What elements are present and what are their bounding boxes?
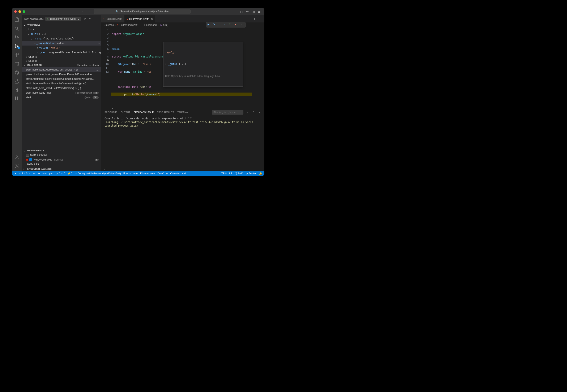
stack-frame[interactable]: protocol witness for ArgumentParser.Pars… (22, 72, 101, 77)
breadcrumbs[interactable]: Sources› ⟆ HelloWorld.swift› ⬚ HelloWorl… (101, 22, 264, 28)
sidebar-title: Run and Debug (24, 18, 44, 20)
bottom-panel: Problems Output Debug Console Test Resul… (101, 109, 264, 171)
github-icon[interactable] (14, 70, 19, 75)
svg-point-3 (15, 38, 16, 39)
panel-tab-output[interactable]: Output (121, 110, 130, 115)
editor-tab[interactable]: ⟆ Package.swift (101, 15, 125, 22)
layout-panel-icon[interactable]: ▭ (246, 10, 249, 14)
testing-icon[interactable] (14, 79, 19, 84)
stack-frame[interactable]: swift_hello_world_mainHelloWorld.swift4:… (22, 90, 101, 95)
settings-icon[interactable] (14, 164, 19, 169)
layout-primary-icon[interactable]: ▯▯ (240, 10, 243, 14)
chevron-right-icon[interactable]: › (165, 63, 168, 66)
continue-icon[interactable]: ▶ (207, 23, 211, 27)
step-out-icon[interactable]: ↑ (224, 23, 228, 27)
variable-row[interactable]: ⌄ _name: {_parsedValue:value} (22, 36, 101, 41)
status-language[interactable]: { } Swift (235, 172, 243, 175)
pause-reason: Paused on breakpoint (77, 64, 99, 66)
svg-rect-6 (15, 53, 17, 55)
swift-file-icon: ⟆ (127, 17, 128, 21)
modules-section-header[interactable]: › Modules (22, 162, 101, 167)
layout-customize-icon[interactable]: ▦ (257, 10, 261, 14)
debug-more-icon[interactable]: ⌄ (240, 23, 244, 27)
variables-scope[interactable]: › Global (22, 59, 101, 63)
variables-scope[interactable]: ⌄ Local (22, 27, 101, 32)
variables-scope[interactable]: › Static (22, 55, 101, 59)
status-eol[interactable]: LF (229, 172, 232, 175)
svg-point-0 (15, 27, 18, 29)
panel-tab-test-results[interactable]: Test Results (157, 110, 174, 115)
close-window[interactable] (14, 10, 17, 13)
nav-back[interactable]: ← (82, 10, 85, 13)
debug-config-dropdown[interactable]: ▷ Debug swift-hello-world ⌄ (45, 17, 82, 21)
command-center[interactable]: 🔍 [Extension Development Host] swift-tes… (94, 9, 191, 14)
status-prettier[interactable]: ⊘ Prettier (246, 172, 257, 175)
panel-more-icon[interactable]: ⋯ (193, 110, 195, 115)
status-format[interactable]: Format: auto (123, 172, 138, 175)
remote-icon[interactable] (14, 61, 19, 66)
code-editor[interactable]: 1234 5678 ▷9 101112 import ArgumentParse… (101, 28, 264, 109)
status-problems[interactable]: ⊘ 0 ⚠ 0 (56, 172, 65, 175)
variable-row[interactable]: ⌄ _parsedValue: value⎘ (22, 41, 101, 45)
stack-frame[interactable]: static ArgumentParser.ParsableCommand.ma… (22, 77, 101, 81)
explorer-icon[interactable] (14, 17, 19, 22)
source-control-icon[interactable] (14, 35, 19, 40)
maximize-window[interactable] (23, 10, 25, 13)
debug-settings-icon[interactable]: ⚙ (83, 17, 87, 21)
stack-frame[interactable]: static ArgumentParser.ParsableCommand.ma… (22, 81, 101, 86)
panel-maximize-icon[interactable]: ⌃ (251, 110, 255, 114)
step-over-icon[interactable]: ↷ (213, 23, 217, 27)
panel-tab-terminal[interactable]: Terminal (177, 110, 189, 115)
panel-close-icon[interactable]: ✕ (257, 110, 261, 114)
status-version[interactable]: ☁ 1.4.0 ☁ (18, 172, 31, 175)
extensions-icon[interactable] (14, 53, 19, 57)
close-tab-icon[interactable]: ✕ (151, 17, 153, 21)
stop-icon[interactable]: ■ (235, 23, 239, 27)
callstack-section-header[interactable]: ⌄ Call Stack Paused on breakpoint (22, 63, 101, 67)
checkbox[interactable]: ✓ (29, 158, 32, 161)
more-icon[interactable]: ⋯ (258, 17, 262, 21)
nav-forward[interactable]: → (87, 10, 91, 13)
layout-sidebar-icon[interactable]: ▯▯ (251, 10, 255, 14)
status-sync[interactable]: ⟳ (33, 172, 35, 175)
copy-icon[interactable]: ⎘ (98, 42, 99, 45)
search-icon[interactable] (14, 26, 19, 31)
variable-row[interactable]: ⌄ self: {...} (22, 32, 101, 36)
breakpoint-row[interactable]: Swift: on throw (22, 153, 101, 157)
callstack-tree: swift_hello_world.HelloWorld.run() throw… (22, 67, 101, 100)
run-and-debug-icon[interactable]: 1 (14, 44, 19, 49)
status-ports[interactable]: ⚡0 (68, 172, 72, 175)
breakpoint-row[interactable]: ✓ HelloWorld.swift Sources 9 (22, 157, 101, 162)
step-into-icon[interactable]: ↓ (219, 23, 222, 27)
debug-more-icon[interactable]: ⋯ (88, 17, 92, 21)
split-editor-icon[interactable]: ▯▯ (252, 17, 256, 21)
restart-icon[interactable]: ↻ (229, 23, 233, 27)
editor-tab[interactable]: ⟆ HelloWorld.swift ✕ (125, 15, 155, 22)
console-settings-icon[interactable]: ≡ (246, 110, 249, 114)
accounts-icon[interactable] (14, 155, 19, 160)
panel-tab-debug-console[interactable]: Debug Console (133, 110, 154, 115)
panel-tab-problems[interactable]: Problems (105, 110, 117, 115)
variable-row[interactable]: › [raw]: ArgumentParser.Parsed<Swift.Str… (22, 50, 101, 55)
status-deref[interactable]: Deref: on (157, 172, 168, 175)
status-notifications-icon[interactable]: 🔔 (259, 172, 262, 175)
minimize-window[interactable] (18, 10, 21, 13)
swift-icon[interactable] (14, 88, 19, 93)
console-input[interactable]: › (101, 167, 264, 171)
status-disasm[interactable]: Disasm: auto (140, 172, 155, 175)
status-console-mode[interactable]: Console: cmd (170, 172, 185, 175)
remote-indicator[interactable]: ⟳ (14, 172, 16, 175)
breakpoints-section-header[interactable]: ⌄ Breakpoints (22, 148, 101, 153)
console-filter-input[interactable] (212, 110, 243, 114)
checkbox[interactable] (26, 154, 29, 156)
variable-row[interactable]: › value: "World" (22, 45, 101, 50)
excluded-callers-section-header[interactable]: › Excluded Callers (22, 167, 101, 171)
stack-frame[interactable]: swift_hello_world.HelloWorld.run() throw… (22, 67, 101, 72)
stack-frame[interactable]: start@start593 (22, 95, 101, 100)
minimap[interactable] (252, 28, 264, 109)
stack-frame[interactable]: static swift_hello_world.HelloWorld.$mai… (22, 86, 101, 90)
status-launchpad[interactable]: ✦ Launchpad (38, 172, 53, 175)
variables-section-header[interactable]: ⌄ Variables (22, 22, 101, 27)
status-encoding[interactable]: UTF-8 (220, 172, 227, 175)
status-debug-target[interactable]: ▷ Debug swift-hello-world (swift-test-fe… (75, 172, 121, 175)
